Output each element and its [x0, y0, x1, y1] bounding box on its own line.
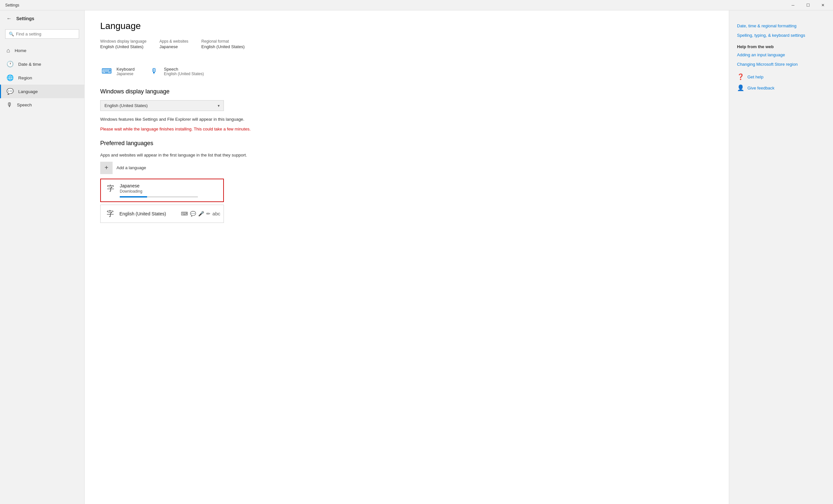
- speech-sub: English (United States): [164, 72, 204, 76]
- home-icon: ⌂: [6, 47, 10, 54]
- english-item-info: English (United States): [119, 211, 166, 216]
- add-icon: +: [100, 162, 113, 174]
- adding-language-link[interactable]: Adding an input language: [737, 52, 825, 57]
- sidebar-item-region[interactable]: 🌐 Region: [0, 71, 84, 85]
- page-title: Language: [100, 21, 713, 31]
- sidebar-item-speech-label: Speech: [17, 102, 32, 107]
- dropdown-selected-value: English (United States): [104, 103, 148, 108]
- keyboard-label: Keyboard: [117, 67, 135, 72]
- japanese-item-name: Japanese: [120, 183, 142, 188]
- display-language-dropdown[interactable]: English (United States) ▾: [100, 100, 224, 111]
- get-help-item[interactable]: ❓ Get help: [737, 73, 825, 80]
- give-feedback-link[interactable]: Give feedback: [747, 86, 775, 91]
- chat-action-icon[interactable]: 💬: [190, 211, 196, 217]
- sidebar-item-date-time[interactable]: 🕐 Date & time: [0, 57, 84, 71]
- search-icon: 🔍: [9, 31, 14, 37]
- right-panel: Date, time & regional formatting Spellin…: [729, 10, 833, 504]
- edit-action-icon[interactable]: ✏: [206, 211, 211, 217]
- sidebar-item-home[interactable]: ⌂ Home: [0, 44, 84, 57]
- window-controls: ─ ☐ ✕: [785, 0, 830, 10]
- main-content: Language Windows display language Englis…: [85, 10, 729, 504]
- regional-format-label: Regional format: [201, 39, 245, 44]
- sidebar-item-date-time-label: Date & time: [18, 62, 41, 67]
- chevron-down-icon: ▾: [218, 103, 220, 108]
- clock-icon: 🕐: [6, 61, 14, 68]
- language-info-cards: Windows display language English (United…: [100, 39, 713, 49]
- display-language-description: Windows features like Settings and File …: [100, 116, 256, 123]
- japanese-progress-fill: [120, 196, 147, 197]
- keyboard-sub: Japanese: [117, 72, 135, 76]
- sidebar-item-speech[interactable]: 🎙 Speech: [0, 98, 84, 112]
- display-language-warning: Please wait while the language finishes …: [100, 126, 256, 133]
- window-chrome: Settings ─ ☐ ✕: [0, 0, 833, 10]
- keyboard-action-icon[interactable]: ⌨: [181, 211, 188, 217]
- language-item-english-us[interactable]: 字 English (United States) ⌨ 💬 🎤 ✏ abc: [100, 205, 224, 223]
- help-section-title: Help from the web: [737, 44, 825, 49]
- english-item-top: 字 English (United States) ⌨ 💬 🎤 ✏ abc: [105, 209, 219, 219]
- content-wrapper: ← Settings 🔍 ⌂ Home 🕐 Date & time 🌐 Regi…: [0, 10, 833, 504]
- add-language-button[interactable]: + Add a language: [100, 162, 713, 174]
- japanese-lang-icon: 字: [105, 184, 116, 193]
- speech-card[interactable]: 🎙 Speech English (United States): [148, 65, 204, 78]
- minimize-button[interactable]: ─: [785, 0, 801, 10]
- speech-icon: 🎙: [148, 65, 161, 78]
- sidebar: ← Settings 🔍 ⌂ Home 🕐 Date & time 🌐 Regi…: [0, 10, 85, 504]
- get-help-icon: ❓: [737, 73, 744, 80]
- nav-items: ⌂ Home 🕐 Date & time 🌐 Region 💬 Language…: [0, 44, 84, 112]
- preferred-languages-description: Apps and websites will appear in the fir…: [100, 152, 256, 159]
- window-title: Settings: [3, 3, 19, 7]
- regional-format-card: Regional format English (United States): [201, 39, 245, 49]
- mic-icon: 🎙: [6, 101, 13, 109]
- sidebar-item-home-label: Home: [15, 48, 26, 53]
- sidebar-item-region-label: Region: [18, 75, 32, 80]
- japanese-item-info: Japanese Downloading: [120, 183, 142, 194]
- add-language-label: Add a language: [117, 165, 146, 170]
- icon-cards: ⌨ Keyboard Japanese 🎙 Speech English (Un…: [100, 59, 713, 78]
- english-item-actions: ⌨ 💬 🎤 ✏ abc: [181, 211, 220, 217]
- give-feedback-item[interactable]: 👤 Give feedback: [737, 84, 825, 91]
- maximize-button[interactable]: ☐: [801, 0, 815, 10]
- speech-label: Speech: [164, 67, 204, 72]
- globe-icon: 🌐: [6, 74, 14, 81]
- get-help-link[interactable]: Get help: [747, 74, 763, 79]
- english-lang-icon: 字: [105, 209, 116, 219]
- display-language-title: Windows display language: [100, 88, 713, 95]
- windows-display-card: Windows display language English (United…: [100, 39, 146, 49]
- japanese-download-progress: [120, 196, 198, 197]
- regional-format-value: English (United States): [201, 44, 245, 49]
- spelling-typing-link[interactable]: Spelling, typing, & keyboard settings: [737, 33, 825, 38]
- close-button[interactable]: ✕: [815, 0, 830, 10]
- preferred-languages-title: Preferred languages: [100, 140, 713, 147]
- speech-info: Speech English (United States): [164, 67, 204, 76]
- sidebar-item-language-label: Language: [18, 89, 38, 94]
- search-box: 🔍: [5, 29, 79, 39]
- keyboard-info: Keyboard Japanese: [117, 67, 135, 76]
- sidebar-app-title: Settings: [16, 16, 34, 21]
- sidebar-title-bar: ← Settings: [0, 10, 84, 27]
- back-button[interactable]: ←: [5, 14, 13, 23]
- mic-action-icon[interactable]: 🎤: [198, 211, 204, 217]
- keyboard-icon: ⌨: [100, 65, 113, 78]
- display-language-dropdown-container: English (United States) ▾: [100, 100, 713, 111]
- windows-display-value: English (United States): [100, 44, 146, 49]
- spell-action-icon[interactable]: abc: [213, 211, 220, 217]
- keyboard-card[interactable]: ⌨ Keyboard Japanese: [100, 65, 135, 78]
- japanese-item-status: Downloading: [120, 189, 142, 194]
- give-feedback-icon: 👤: [737, 84, 744, 91]
- sidebar-item-language[interactable]: 💬 Language: [0, 85, 84, 98]
- date-time-formatting-link[interactable]: Date, time & regional formatting: [737, 23, 825, 28]
- apps-websites-card: Apps & websites Japanese: [160, 39, 188, 49]
- language-item-japanese[interactable]: 字 Japanese Downloading: [100, 178, 224, 202]
- windows-display-label: Windows display language: [100, 39, 146, 44]
- changing-region-link[interactable]: Changing Microsoft Store region: [737, 62, 825, 67]
- apps-websites-label: Apps & websites: [160, 39, 188, 44]
- search-input[interactable]: [16, 31, 75, 37]
- chat-icon: 💬: [6, 88, 14, 95]
- apps-websites-value: Japanese: [160, 44, 188, 49]
- english-item-name: English (United States): [119, 211, 166, 216]
- japanese-item-top: 字 Japanese Downloading: [105, 183, 219, 194]
